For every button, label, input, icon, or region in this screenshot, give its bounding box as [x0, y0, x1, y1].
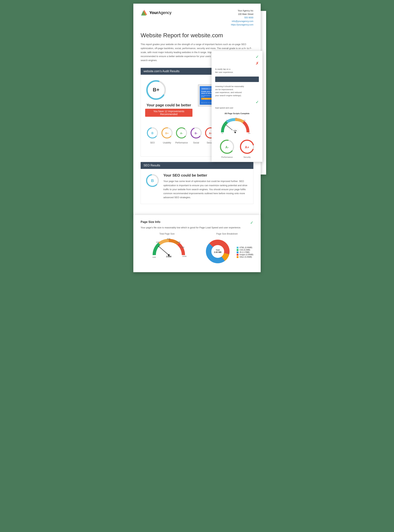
page-size-title: Page Size Info: [141, 220, 160, 224]
peek-sec-label: Security: [239, 156, 255, 158]
seo-description: Your page has some level of optimization…: [163, 179, 249, 199]
gauge-wrapper: 0MB 4MB 8MB 12MB 16MB 20MB 2.6MB: [151, 237, 183, 260]
check-icon-3: ✓: [256, 100, 259, 105]
grade-label-seo: SEO: [146, 141, 159, 144]
agency-company: Your Agency Inc: [231, 9, 253, 13]
svg-text:8MB: 8MB: [167, 238, 171, 240]
legend-html: HTML (0.06MB): [237, 246, 253, 249]
audit-headline: Your page could be better: [145, 103, 192, 107]
page-size-card: Page Size Info ✓ Your page's file size i…: [133, 215, 261, 272]
seo-section-header: SEO Results: [141, 162, 253, 169]
svg-text:20s: 20s: [248, 133, 250, 134]
grades-row: B SEO B+ Usability: [145, 127, 218, 144]
logo-area: YourAgency: [141, 9, 171, 16]
logo-icon: [141, 9, 148, 16]
grade-label-performance: Performance: [175, 141, 188, 144]
scripts-gauge: All Page Scripts Complete 4s 8s 12s 16s …: [215, 112, 259, 135]
donut-container: Page Size Breakdown: [201, 233, 253, 267]
grade-circle-performance: A-: [175, 127, 188, 139]
legend-js: JS (1.17MB): [237, 251, 253, 253]
seo-section-box: B Your SEO could be better Your page has…: [141, 169, 253, 204]
svg-text:2.6MB: 2.6MB: [166, 256, 171, 258]
right-peek-text2: meaning it should be reasonablyom for im…: [215, 85, 259, 97]
svg-text:B+: B+: [153, 87, 160, 92]
svg-text:A-: A-: [225, 145, 229, 149]
peek-security: A+ Security: [239, 138, 255, 158]
svg-text:20MB: 20MB: [182, 256, 187, 257]
agency-phone[interactable]: 555 9000: [244, 16, 253, 19]
donut-title: Page Size Breakdown: [201, 233, 253, 235]
charts-row: Total Page Size: [141, 233, 253, 267]
audit-grade-circle-container: B+ Your page could be better You have 12…: [145, 79, 192, 117]
peek-performance: A- Performance: [219, 138, 235, 158]
donut-with-legend: Total 2.65 MB HTML (0.06MB) CSS: [201, 237, 253, 267]
svg-text:6.8s: 6.8s: [233, 130, 237, 132]
svg-text:4MB: 4MB: [156, 241, 160, 243]
svg-text:16MB: 16MB: [180, 246, 184, 248]
svg-text:8s: 8s: [226, 119, 228, 121]
svg-text:12s: 12s: [235, 117, 237, 119]
x-icon: ✗: [256, 61, 259, 66]
bottom-section: Page Size Info ✓ Your page's file size i…: [133, 215, 261, 272]
grade-circle-usability: B+: [161, 127, 173, 139]
svg-text:A+: A+: [245, 145, 249, 149]
check-mark-icon: ✓: [250, 220, 253, 225]
svg-line-46: [158, 246, 169, 255]
report-title: Website Report for website.com: [141, 32, 253, 39]
svg-text:12MB: 12MB: [176, 241, 181, 243]
legend-other: Other (0.25MB): [237, 256, 253, 258]
grade-circle-seo: B: [146, 127, 159, 139]
agency-website[interactable]: https://youragency.com: [231, 23, 253, 26]
donut-wrapper: Total 2.65 MB: [201, 237, 234, 267]
gauge-title: Total Page Size: [141, 233, 193, 235]
donut-legend: HTML (0.06MB) CSS (0.2MB) JS (1.17MB): [237, 246, 253, 258]
svg-text:4s: 4s: [222, 133, 223, 134]
seo-headline: Your SEO could be better: [163, 173, 249, 178]
svg-text:0MB: 0MB: [152, 256, 156, 258]
seo-text: Your SEO could be better Your page has s…: [163, 173, 249, 199]
peek-grades-row: A- Performance A+ Security: [215, 138, 259, 158]
grade-performance: A- Performance: [175, 127, 188, 144]
grade-label-social: Social: [190, 141, 202, 144]
right-peek-card: ✓ ✗ to easily tap on atter user experien…: [212, 51, 263, 162]
right-peek-text: to easily tap on atter user experience.: [215, 68, 259, 74]
report-header: YourAgency Your Agency Inc 100 Main Stre…: [141, 9, 253, 26]
scripts-title: All Page Scripts Complete: [215, 112, 259, 115]
peek-perf-label: Performance: [219, 156, 235, 158]
svg-text:16s: 16s: [243, 119, 246, 121]
right-peek-bar: [215, 77, 259, 82]
svg-text:B: B: [151, 178, 154, 183]
grade-seo: B SEO: [146, 127, 159, 144]
check-icon-1: ✓: [256, 55, 259, 59]
legend-images: Images (0.96MB): [237, 254, 253, 256]
legend-css: CSS (0.2MB): [237, 249, 253, 251]
svg-text:○: ○: [235, 133, 236, 134]
svg-text:2.65 MB: 2.65 MB: [214, 251, 222, 253]
seo-grade: B: [145, 173, 160, 189]
page-size-description: Your page's file size is reasonably low …: [141, 226, 253, 229]
check-header: Page Size Info ✓: [141, 220, 253, 225]
agency-email[interactable]: info@youragency.com: [232, 20, 253, 23]
improvements-badge: You have 12 Improvements Recommended: [145, 109, 192, 117]
svg-text:Total: Total: [216, 249, 220, 251]
svg-text:A-: A-: [180, 132, 183, 135]
audit-grade-circle: B+: [145, 79, 167, 101]
logo-text: YourAgency: [149, 10, 171, 15]
grade-usability: B+ Usability: [161, 127, 173, 144]
seo-content: B Your SEO could be better Your page has…: [145, 173, 249, 199]
grade-circle-social: B-: [190, 127, 202, 139]
right-check-1: ✓: [215, 55, 259, 59]
agency-address: 100 Main Street: [231, 13, 253, 16]
grade-social: B- Social: [190, 127, 202, 144]
grade-label-usability: Usability: [161, 141, 173, 144]
agency-info: Your Agency Inc 100 Main Street 555 9000…: [231, 9, 253, 26]
right-peek-text3: load speed and user: [215, 106, 259, 109]
svg-text:B: B: [151, 132, 154, 135]
seo-section: SEO Results B Your SEO could be better Y…: [141, 162, 253, 204]
right-check-3: ✓: [215, 100, 259, 105]
right-check-2: ✗: [215, 61, 259, 66]
gauge-container: Total Page Size: [141, 233, 193, 260]
svg-text:B-: B-: [195, 132, 197, 135]
svg-text:B+: B+: [165, 132, 169, 135]
